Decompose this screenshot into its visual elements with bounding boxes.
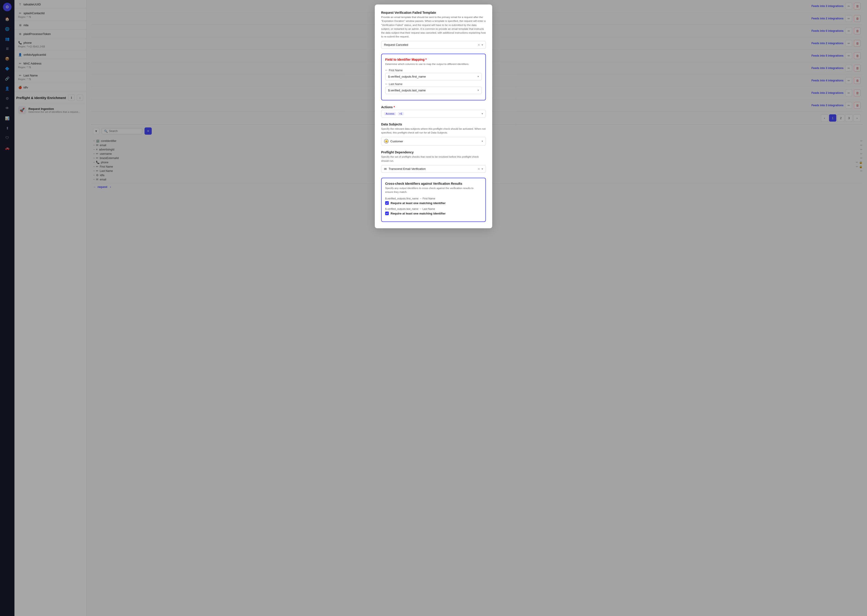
request-canceled-label: Request Canceled [384, 43, 408, 46]
field-edit-icon: ✏ [385, 83, 388, 86]
checkbox[interactable] [385, 201, 389, 205]
actions-section: Actions * Access +1 ▾ [381, 105, 486, 118]
field-value-dropdown[interactable]: $.verified_outputs.first_name ▾ [385, 73, 482, 80]
request-canceled-chevron: ▾ [482, 43, 483, 46]
cross-check-row: $.verified_outputs.last_name → Last Name… [385, 207, 482, 215]
field-label: ✏ First Name [385, 69, 482, 72]
preflight-dep-desc: Specify the set of preflight checks that… [381, 155, 486, 163]
checkbox-label: Require at least one matching identifier [391, 212, 446, 215]
field-mapping-desc: Determine which columns to use to map th… [385, 62, 482, 66]
field-value: $.verified_outputs.last_name [388, 89, 426, 92]
modal: Request Verification Failed Template Pro… [375, 5, 492, 228]
actions-tag-access: Access [384, 112, 396, 115]
checkbox[interactable] [385, 212, 389, 215]
field-chevron: ▾ [478, 75, 479, 78]
field-row: ✏ Last Name $.verified_outputs.last_name… [385, 83, 482, 94]
cross-check-desc: Specify any output identifiers to cross … [385, 186, 482, 194]
actions-dropdown[interactable]: Access +1 ▾ [381, 110, 486, 118]
checkbox-row: Require at least one matching identifier [385, 212, 482, 215]
data-subjects-desc: Specify the relevant data subjects where… [381, 127, 486, 135]
data-subjects-section: Data Subjects Specify the relevant data … [381, 123, 486, 146]
actions-tag-count: +1 [398, 112, 404, 115]
transcend-email-chevron: ▾ [482, 167, 483, 171]
cross-check-mapping: $.verified_outputs.last_name → Last Name [385, 207, 482, 210]
request-verification-desc: Provide an email template that should be… [381, 15, 486, 39]
field-value: $.verified_outputs.first_name [388, 75, 426, 78]
request-verification-section: Request Verification Failed Template Pro… [381, 11, 486, 49]
modal-overlay: Request Verification Failed Template Pro… [0, 0, 867, 616]
actions-title: Actions * [381, 105, 486, 109]
field-label: ✏ Last Name [385, 83, 482, 86]
field-mapping-box: Field to Identifier Mapping * Determine … [381, 54, 486, 101]
transcend-email-label: Transcend Email Verification [389, 167, 426, 171]
cross-check-box: Cross-check Identifiers against Verifica… [381, 178, 486, 222]
customer-label: Customer [390, 140, 403, 143]
data-subjects-title: Data Subjects [381, 123, 486, 126]
data-subjects-chevron: ▾ [482, 140, 483, 143]
cross-check-row: $.verified_outputs.first_name → First Na… [385, 197, 482, 205]
preflight-dep-title: Preflight Dependency [381, 151, 486, 154]
field-row: ✏ First Name $.verified_outputs.first_na… [385, 69, 482, 80]
actions-chevron: ▾ [482, 112, 483, 115]
request-canceled-dropdown[interactable]: Request Canceled ✕ ▾ [381, 41, 486, 49]
field-value-dropdown[interactable]: $.verified_outputs.last_name ▾ [385, 86, 482, 94]
cross-check-title: Cross-check Identifiers against Verifica… [385, 182, 482, 185]
transcend-email-dropdown[interactable]: ✉ Transcend Email Verification ✕ ▾ [381, 165, 486, 173]
field-chevron: ▾ [478, 89, 479, 92]
cross-check-mapping: $.verified_outputs.first_name → First Na… [385, 197, 482, 200]
data-subjects-dropdown[interactable]: 😊 Customer ▾ [381, 137, 486, 146]
checkbox-label: Require at least one matching identifier [391, 201, 446, 205]
field-edit-icon: ✏ [385, 69, 388, 72]
transcend-email-clear[interactable]: ✕ [478, 167, 480, 171]
checkbox-row: Require at least one matching identifier [385, 201, 482, 205]
preflight-dep-section: Preflight Dependency Specify the set of … [381, 151, 486, 173]
field-mapping-title: Field to Identifier Mapping * [385, 58, 482, 61]
request-verification-title: Request Verification Failed Template [381, 11, 486, 14]
request-canceled-clear[interactable]: ✕ [478, 43, 480, 47]
customer-icon: 😊 [384, 139, 389, 143]
envelope-icon: ✉ [384, 167, 387, 171]
